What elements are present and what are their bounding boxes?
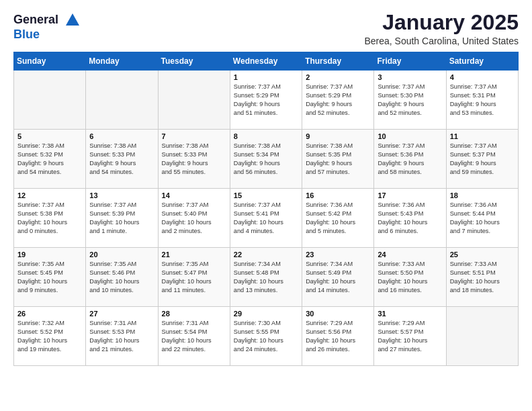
day-number: 9 — [306, 132, 370, 140]
day-number: 20 — [89, 250, 154, 259]
calendar-cell: 22Sunrise: 7:34 AMSunset: 5:48 PMDayligh… — [230, 248, 302, 307]
day-info: Sunrise: 7:36 AMSunset: 5:44 PMDaylight:… — [450, 201, 515, 236]
day-number: 23 — [306, 250, 370, 259]
calendar-cell: 11Sunrise: 7:37 AMSunset: 5:37 PMDayligh… — [446, 130, 518, 189]
day-info: Sunrise: 7:34 AMSunset: 5:48 PMDaylight:… — [234, 260, 298, 295]
calendar-cell: 26Sunrise: 7:32 AMSunset: 5:52 PMDayligh… — [14, 307, 86, 366]
day-info: Sunrise: 7:38 AMSunset: 5:32 PMDaylight:… — [17, 142, 82, 177]
calendar: Sunday Monday Tuesday Wednesday Thursday… — [13, 52, 519, 366]
logo-icon — [63, 11, 82, 30]
day-info: Sunrise: 7:37 AMSunset: 5:30 PMDaylight:… — [378, 83, 442, 118]
header-friday: Friday — [374, 52, 446, 71]
header-monday: Monday — [86, 52, 158, 71]
calendar-week-row: 12Sunrise: 7:37 AMSunset: 5:38 PMDayligh… — [14, 189, 519, 248]
calendar-cell: 14Sunrise: 7:37 AMSunset: 5:40 PMDayligh… — [158, 189, 230, 248]
day-number: 11 — [450, 132, 515, 140]
calendar-week-row: 5Sunrise: 7:38 AMSunset: 5:32 PMDaylight… — [14, 130, 519, 189]
month-title: January 2025 — [364, 11, 519, 34]
day-info: Sunrise: 7:37 AMSunset: 5:38 PMDaylight:… — [17, 201, 82, 236]
header: General Blue January 2025 Berea, South C… — [13, 11, 519, 46]
day-number: 21 — [162, 250, 226, 259]
calendar-cell: 5Sunrise: 7:38 AMSunset: 5:32 PMDaylight… — [14, 130, 86, 189]
day-number: 18 — [450, 191, 515, 199]
day-info: Sunrise: 7:37 AMSunset: 5:37 PMDaylight:… — [450, 142, 515, 177]
calendar-cell: 20Sunrise: 7:35 AMSunset: 5:46 PMDayligh… — [86, 248, 158, 307]
calendar-cell: 21Sunrise: 7:35 AMSunset: 5:47 PMDayligh… — [158, 248, 230, 307]
day-info: Sunrise: 7:35 AMSunset: 5:45 PMDaylight:… — [17, 260, 82, 295]
day-info: Sunrise: 7:31 AMSunset: 5:54 PMDaylight:… — [162, 319, 226, 354]
calendar-cell: 4Sunrise: 7:37 AMSunset: 5:31 PMDaylight… — [446, 71, 518, 130]
day-info: Sunrise: 7:31 AMSunset: 5:53 PMDaylight:… — [89, 319, 154, 354]
calendar-cell: 28Sunrise: 7:31 AMSunset: 5:54 PMDayligh… — [158, 307, 230, 366]
calendar-cell: 7Sunrise: 7:38 AMSunset: 5:33 PMDaylight… — [158, 130, 230, 189]
day-info: Sunrise: 7:37 AMSunset: 5:29 PMDaylight:… — [234, 83, 298, 118]
logo-general: General — [13, 13, 58, 26]
day-number: 28 — [162, 310, 226, 318]
day-info: Sunrise: 7:36 AMSunset: 5:42 PMDaylight:… — [306, 201, 370, 236]
calendar-week-row: 1Sunrise: 7:37 AMSunset: 5:29 PMDaylight… — [14, 71, 519, 130]
day-number: 8 — [234, 132, 298, 140]
day-info: Sunrise: 7:38 AMSunset: 5:34 PMDaylight:… — [234, 142, 298, 177]
calendar-cell: 31Sunrise: 7:29 AMSunset: 5:57 PMDayligh… — [374, 307, 446, 366]
day-number: 7 — [162, 132, 226, 140]
calendar-cell: 1Sunrise: 7:37 AMSunset: 5:29 PMDaylight… — [230, 71, 302, 130]
day-info: Sunrise: 7:35 AMSunset: 5:47 PMDaylight:… — [162, 260, 226, 295]
calendar-cell: 13Sunrise: 7:37 AMSunset: 5:39 PMDayligh… — [86, 189, 158, 248]
calendar-cell: 15Sunrise: 7:37 AMSunset: 5:41 PMDayligh… — [230, 189, 302, 248]
day-number: 17 — [378, 191, 442, 199]
calendar-cell — [446, 307, 518, 366]
calendar-cell — [158, 71, 230, 130]
calendar-cell: 9Sunrise: 7:38 AMSunset: 5:35 PMDaylight… — [302, 130, 374, 189]
header-sunday: Sunday — [14, 52, 86, 71]
calendar-cell: 18Sunrise: 7:36 AMSunset: 5:44 PMDayligh… — [446, 189, 518, 248]
calendar-cell: 24Sunrise: 7:33 AMSunset: 5:50 PMDayligh… — [374, 248, 446, 307]
day-info: Sunrise: 7:35 AMSunset: 5:46 PMDaylight:… — [89, 260, 154, 295]
calendar-cell: 30Sunrise: 7:29 AMSunset: 5:56 PMDayligh… — [302, 307, 374, 366]
day-info: Sunrise: 7:38 AMSunset: 5:35 PMDaylight:… — [306, 142, 370, 177]
day-info: Sunrise: 7:34 AMSunset: 5:49 PMDaylight:… — [306, 260, 370, 295]
header-wednesday: Wednesday — [230, 52, 302, 71]
calendar-cell: 23Sunrise: 7:34 AMSunset: 5:49 PMDayligh… — [302, 248, 374, 307]
day-number: 25 — [450, 250, 515, 259]
day-number: 4 — [450, 73, 515, 81]
day-info: Sunrise: 7:37 AMSunset: 5:29 PMDaylight:… — [306, 83, 370, 118]
day-info: Sunrise: 7:32 AMSunset: 5:52 PMDaylight:… — [17, 319, 82, 354]
day-number: 15 — [234, 191, 298, 199]
weekday-header-row: Sunday Monday Tuesday Wednesday Thursday… — [14, 52, 519, 71]
day-info: Sunrise: 7:33 AMSunset: 5:51 PMDaylight:… — [450, 260, 515, 295]
day-number: 19 — [17, 250, 82, 259]
calendar-cell: 2Sunrise: 7:37 AMSunset: 5:29 PMDaylight… — [302, 71, 374, 130]
logo-blue: Blue — [13, 28, 82, 42]
day-info: Sunrise: 7:37 AMSunset: 5:40 PMDaylight:… — [162, 201, 226, 236]
calendar-cell — [86, 71, 158, 130]
header-thursday: Thursday — [302, 52, 374, 71]
day-number: 31 — [378, 310, 442, 318]
svg-marker-0 — [66, 13, 79, 26]
day-info: Sunrise: 7:37 AMSunset: 5:41 PMDaylight:… — [234, 201, 298, 236]
day-info: Sunrise: 7:37 AMSunset: 5:39 PMDaylight:… — [89, 201, 154, 236]
day-info: Sunrise: 7:33 AMSunset: 5:50 PMDaylight:… — [378, 260, 442, 295]
calendar-cell: 25Sunrise: 7:33 AMSunset: 5:51 PMDayligh… — [446, 248, 518, 307]
day-number: 29 — [234, 310, 298, 318]
day-number: 13 — [89, 191, 154, 199]
location: Berea, South Carolina, United States — [364, 36, 519, 46]
calendar-cell: 10Sunrise: 7:37 AMSunset: 5:36 PMDayligh… — [374, 130, 446, 189]
logo: General Blue — [13, 11, 82, 42]
calendar-cell — [14, 71, 86, 130]
calendar-cell: 16Sunrise: 7:36 AMSunset: 5:42 PMDayligh… — [302, 189, 374, 248]
calendar-cell: 3Sunrise: 7:37 AMSunset: 5:30 PMDaylight… — [374, 71, 446, 130]
day-number: 2 — [306, 73, 370, 81]
day-number: 12 — [17, 191, 82, 199]
calendar-cell: 12Sunrise: 7:37 AMSunset: 5:38 PMDayligh… — [14, 189, 86, 248]
calendar-week-row: 26Sunrise: 7:32 AMSunset: 5:52 PMDayligh… — [14, 307, 519, 366]
day-info: Sunrise: 7:37 AMSunset: 5:36 PMDaylight:… — [378, 142, 442, 177]
day-number: 14 — [162, 191, 226, 199]
calendar-cell: 27Sunrise: 7:31 AMSunset: 5:53 PMDayligh… — [86, 307, 158, 366]
calendar-cell: 29Sunrise: 7:30 AMSunset: 5:55 PMDayligh… — [230, 307, 302, 366]
day-number: 26 — [17, 310, 82, 318]
header-tuesday: Tuesday — [158, 52, 230, 71]
day-number: 5 — [17, 132, 82, 140]
title-area: January 2025 Berea, South Carolina, Unit… — [364, 11, 519, 46]
calendar-cell: 17Sunrise: 7:36 AMSunset: 5:43 PMDayligh… — [374, 189, 446, 248]
day-number: 22 — [234, 250, 298, 259]
